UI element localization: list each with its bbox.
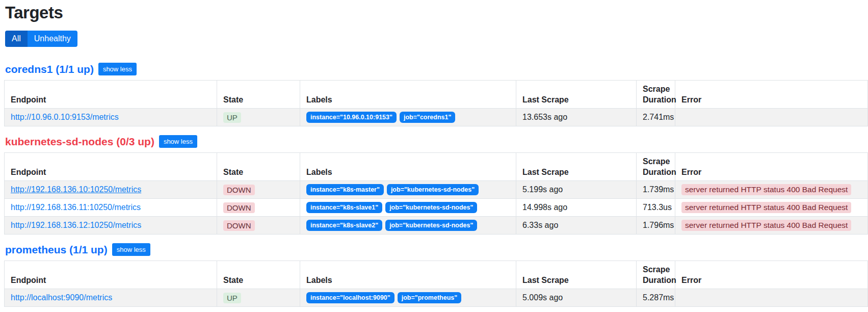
state-badge: DOWN [223,185,255,195]
last-scrape-cell: 13.653s ago [516,109,637,126]
state-badge: UP [223,112,241,123]
table-row: http://localhost:9090/metrics UP instanc… [5,289,868,307]
label-badge[interactable]: job="coredns1" [400,112,455,123]
show-less-button[interactable]: show less [112,243,150,256]
table-header-row: EndpointStateLabelsLast ScrapeScrape Dur… [5,81,868,109]
column-header: Last Scrape [516,153,637,181]
error-cell [675,109,868,126]
column-header: Scrape Duration [637,261,675,289]
scrape-duration-cell: 5.287ms [637,289,675,307]
column-header: Scrape Duration [637,81,675,109]
labels-cell: instance="k8s-slave2"job="kubernetes-sd-… [300,217,516,235]
column-header: State [217,153,300,181]
error-badge: server returned HTTP status 400 Bad Requ… [681,202,851,213]
filter-all-button[interactable]: All [5,31,28,47]
job-heading: coredns1 (1/1 up) [5,63,94,75]
labels-cell: instance="localhost:9090"job="prometheus… [300,289,516,307]
table-row: http://10.96.0.10:9153/metrics UP instan… [5,109,868,126]
scrape-duration-cell: 713.3us [637,199,675,217]
job-heading-row: coredns1 (1/1 up) show less [5,63,868,75]
column-header: Error [675,261,868,289]
column-header: Labels [300,153,516,181]
endpoint-link[interactable]: http://localhost:9090/metrics [11,293,112,302]
job-section: kubernetes-sd-nodes (0/3 up) show less E… [4,135,868,235]
job-heading-row: kubernetes-sd-nodes (0/3 up) show less [5,135,868,148]
page-title: Targets [5,3,868,22]
endpoint-link[interactable]: http://192.168.136.10:10250/metrics [11,185,141,194]
table-header-row: EndpointStateLabelsLast ScrapeScrape Dur… [5,153,868,181]
table-row: http://192.168.136.12:10250/metrics DOWN… [5,217,868,235]
label-badge[interactable]: instance="k8s-slave2" [306,220,382,231]
column-header: State [217,261,300,289]
last-scrape-cell: 5.009s ago [516,289,637,307]
show-less-button[interactable]: show less [98,63,137,75]
label-badge[interactable]: instance="k8s-slave1" [306,202,382,213]
label-badge[interactable]: instance="k8s-master" [306,184,384,195]
state-cell: DOWN [217,199,300,217]
targets-page: Targets All Unhealthy coredns1 (1/1 up) … [0,3,868,307]
endpoint-cell: http://localhost:9090/metrics [5,289,217,307]
state-badge: UP [223,293,241,303]
state-cell: UP [217,109,300,126]
table-row: http://192.168.136.11:10250/metrics DOWN… [5,199,868,217]
labels-cell: instance="k8s-slave1"job="kubernetes-sd-… [300,199,516,217]
state-cell: UP [217,289,300,307]
state-cell: DOWN [217,217,300,235]
error-cell [675,289,868,307]
table-body: http://localhost:9090/metrics UP instanc… [5,289,868,307]
column-header: Error [675,153,868,181]
state-badge: DOWN [223,202,255,213]
error-cell: server returned HTTP status 400 Bad Requ… [675,181,868,199]
endpoint-cell: http://192.168.136.11:10250/metrics [5,199,217,217]
error-badge: server returned HTTP status 400 Bad Requ… [681,220,851,231]
endpoint-cell: http://192.168.136.12:10250/metrics [5,217,217,235]
table-body: http://10.96.0.10:9153/metrics UP instan… [5,109,868,126]
targets-table: EndpointStateLabelsLast ScrapeScrape Dur… [4,80,868,126]
last-scrape-cell: 14.998s ago [516,199,637,217]
label-badge[interactable]: job="prometheus" [398,292,461,303]
column-header: Scrape Duration [637,153,675,181]
show-less-button[interactable]: show less [159,135,197,148]
scrape-duration-cell: 1.739ms [637,181,675,199]
job-heading: prometheus (1/1 up) [5,244,108,256]
label-badge[interactable]: instance="10.96.0.10:9153" [306,112,397,123]
endpoint-cell: http://192.168.136.10:10250/metrics [5,181,217,199]
last-scrape-cell: 6.33s ago [516,217,637,235]
scrape-duration-cell: 2.741ms [637,109,675,126]
endpoint-cell: http://10.96.0.10:9153/metrics [5,109,217,126]
table-header-row: EndpointStateLabelsLast ScrapeScrape Dur… [5,261,868,289]
jobs-container: coredns1 (1/1 up) show less EndpointStat… [4,63,868,307]
column-header: Labels [300,261,516,289]
column-header: Last Scrape [516,81,637,109]
job-heading: kubernetes-sd-nodes (0/3 up) [5,136,154,148]
scrape-duration-cell: 1.796ms [637,217,675,235]
error-cell: server returned HTTP status 400 Bad Requ… [675,199,868,217]
column-header: Error [675,81,868,109]
label-badge[interactable]: instance="localhost:9090" [306,292,394,303]
error-badge: server returned HTTP status 400 Bad Requ… [681,184,851,195]
filter-unhealthy-button[interactable]: Unhealthy [28,31,77,47]
column-header: Labels [300,81,516,109]
column-header: Endpoint [5,81,217,109]
column-header: Endpoint [5,153,217,181]
endpoint-link[interactable]: http://10.96.0.10:9153/metrics [11,113,119,121]
column-header: Endpoint [5,261,217,289]
label-badge[interactable]: job="kubernetes-sd-nodes" [385,220,477,231]
endpoint-link[interactable]: http://192.168.136.11:10250/metrics [11,203,141,212]
state-cell: DOWN [217,181,300,199]
target-filter-group: All Unhealthy [5,31,77,47]
error-cell: server returned HTTP status 400 Bad Requ… [675,217,868,235]
labels-cell: instance="10.96.0.10:9153"job="coredns1" [300,109,516,126]
job-section: prometheus (1/1 up) show less EndpointSt… [4,243,868,307]
labels-cell: instance="k8s-master"job="kubernetes-sd-… [300,181,516,199]
table-row: http://192.168.136.10:10250/metrics DOWN… [5,181,868,199]
label-badge[interactable]: job="kubernetes-sd-nodes" [387,184,479,195]
endpoint-link[interactable]: http://192.168.136.12:10250/metrics [11,221,141,229]
targets-table: EndpointStateLabelsLast ScrapeScrape Dur… [4,261,868,307]
targets-table: EndpointStateLabelsLast ScrapeScrape Dur… [4,152,868,235]
column-header: Last Scrape [516,261,637,289]
job-section: coredns1 (1/1 up) show less EndpointStat… [4,63,868,126]
state-badge: DOWN [223,220,255,231]
last-scrape-cell: 5.199s ago [516,181,637,199]
label-badge[interactable]: job="kubernetes-sd-nodes" [385,202,477,213]
